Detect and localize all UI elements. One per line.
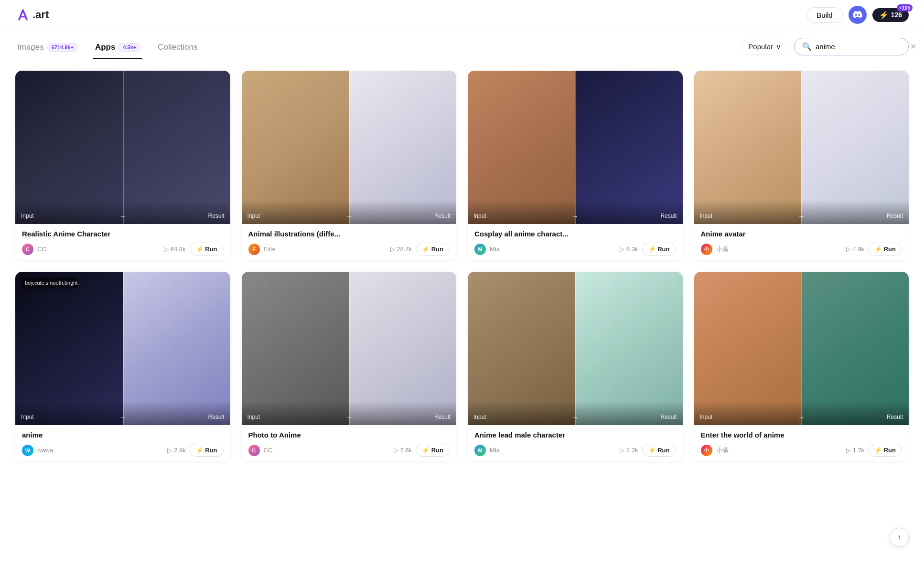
card-body: anime W wawa ▷ 2.9k ⚡ Run [15,425,230,461]
card-image-left [15,272,123,425]
card-photo-to-anime[interactable]: Input → Result Photo to Anime C CC ▷ 2.6… [242,272,457,461]
card-anime-male[interactable]: Input → Result Anime lead male character… [468,272,683,461]
author-avatar: F [248,244,260,255]
arrow-label: → [345,414,352,421]
card-title: Anime avatar [701,230,903,238]
author-name: Mia [490,447,616,454]
run-count: ▷ 1.7k [846,447,864,454]
card-image-right [801,71,909,224]
author-avatar: C [22,244,33,255]
author-avatar: W [22,445,33,456]
run-button[interactable]: ⚡ Run [868,243,902,256]
arrow-label: → [798,213,805,220]
author-name: CC [264,447,390,454]
card-image-right [801,272,909,425]
divider [349,71,350,224]
card-anime-avatar[interactable]: Input → Result Anime avatar 小 小满 ▷ 4.9k … [694,71,909,260]
run-count: ▷ 6.3k [620,246,638,253]
header: .art Build +105 ⚡ 126 [0,0,924,30]
run-button[interactable]: ⚡ Run [642,243,676,256]
divider [349,272,350,425]
card-animal-illustrations[interactable]: Input → Result Animal illustrations (dif… [242,71,457,260]
card-meta: C CC ▷ 2.6k ⚡ Run [248,444,450,457]
run-button[interactable]: ⚡ Run [190,444,224,457]
input-label: Input [21,213,34,219]
author-avatar: 小 [701,244,712,255]
card-title: Photo to Anime [248,431,450,439]
card-meta: M Mia ▷ 2.2k ⚡ Run [474,444,676,457]
tab-apps[interactable]: Apps 4.5k+ [93,39,142,59]
sort-dropdown[interactable]: Popular ∨ [741,39,788,55]
arrow-label: → [798,414,805,421]
clear-icon[interactable]: ✕ [910,42,916,51]
card-meta: M Mia ▷ 6.3k ⚡ Run [474,243,676,256]
input-label: Input [21,414,34,420]
card-enter-anime-world[interactable]: Input → Result Enter the world of anime … [694,272,909,461]
run-count: ▷ 2.9k [167,447,185,454]
tab-collections[interactable]: Collections [156,39,199,59]
run-button[interactable]: ⚡ Run [190,243,224,256]
tab-apps-count: 4.5k+ [118,43,140,52]
run-button[interactable]: ⚡ Run [416,444,450,457]
card-title: Animal illustrations (diffe... [248,230,450,238]
author-name: wawa [37,447,163,454]
cards-grid: Input → Result Realistic Anime Character… [0,59,924,481]
divider [801,71,802,224]
run-count: ▷ 64.8k [164,246,185,253]
card-image: Input → Result [468,71,683,224]
author-name: Fitte [264,246,387,253]
lightning-count: 126 [891,11,902,19]
card-image: Input → Result [694,272,909,425]
divider [575,272,576,425]
card-image-left [15,71,123,224]
card-image-right [349,272,456,425]
card-title: Enter the world of anime [701,431,903,439]
result-label: Result [434,414,451,420]
nav-right: Popular ∨ 🔍 ✕ [741,38,909,59]
run-button[interactable]: ⚡ Run [416,243,450,256]
card-title: Realistic Anime Character [22,230,224,238]
discord-button[interactable] [849,6,867,24]
result-label: Result [660,414,677,420]
divider [575,71,576,224]
logo[interactable]: .art [15,7,49,22]
input-label: Input [473,414,486,420]
run-count: ▷ 2.6k [394,447,412,454]
lightning-badge[interactable]: +105 ⚡ 126 [872,8,909,22]
author-avatar: M [474,445,486,456]
card-body: Anime lead male character M Mia ▷ 2.2k ⚡… [468,425,683,461]
card-anime[interactable]: boy,cute,smooth,bright Input → Result an… [15,272,230,461]
run-count: ▷ 2.2k [620,447,638,454]
author-avatar: C [248,445,260,456]
tab-images[interactable]: Images 6714.9k+ [15,39,80,59]
card-image: Input → Result [15,71,230,224]
divider [801,272,802,425]
card-cosplay-anime[interactable]: Input → Result Cosplay all anime charact… [468,71,683,260]
logo-text: .art [32,9,49,21]
search-icon: 🔍 [802,42,812,51]
run-button[interactable]: ⚡ Run [868,444,902,457]
card-title: Cosplay all anime charact... [474,230,676,238]
tab-images-count: 6714.9k+ [47,43,78,52]
divider [123,272,124,425]
search-box: 🔍 ✕ [794,38,909,55]
card-realistic-anime[interactable]: Input → Result Realistic Anime Character… [15,71,230,260]
card-title: Anime lead male character [474,431,676,439]
card-image: Input → Result [242,272,457,425]
input-label: Input [247,414,260,420]
card-meta: F Fitte ▷ 28.7k ⚡ Run [248,243,450,256]
lightning-icon: ⚡ [879,11,889,20]
search-input[interactable] [816,43,906,51]
card-body: Cosplay all anime charact... M Mia ▷ 6.3… [468,224,683,260]
build-button[interactable]: Build [806,7,842,23]
run-button[interactable]: ⚡ Run [642,444,676,457]
author-name: Mia [490,246,616,253]
run-count: ▷ 28.7k [390,246,412,253]
arrow-label: → [119,213,126,220]
card-image-right [575,71,683,224]
result-label: Result [208,414,224,420]
nav-tabs: Images 6714.9k+ Apps 4.5k+ Collections [15,39,209,59]
author-avatar: M [474,244,486,255]
card-image-right [123,71,230,224]
card-image: Input → Result [242,71,457,224]
